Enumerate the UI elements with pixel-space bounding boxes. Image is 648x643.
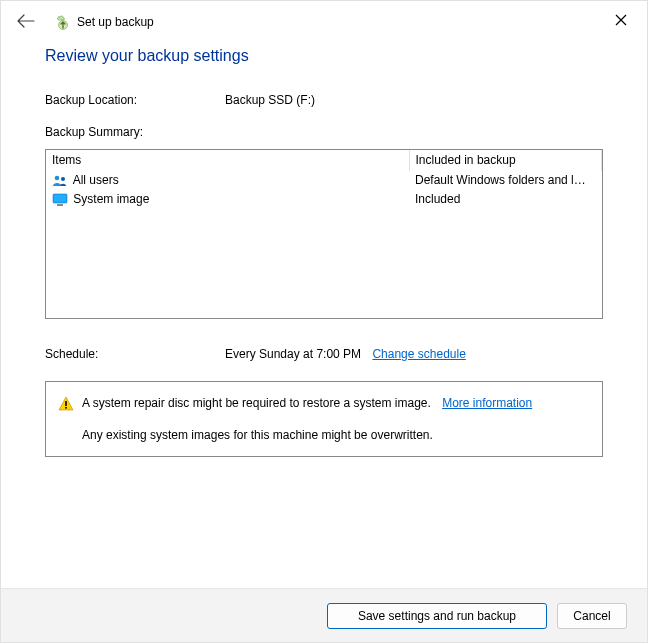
titlebar: Set up backup bbox=[1, 1, 647, 41]
cancel-button[interactable]: Cancel bbox=[557, 603, 627, 629]
svg-point-2 bbox=[61, 177, 65, 181]
summary-table: Items Included in backup bbox=[45, 149, 603, 319]
content-area: Review your backup settings Backup Locat… bbox=[1, 41, 647, 457]
column-items[interactable]: Items bbox=[46, 150, 409, 171]
schedule-row: Schedule: Every Sunday at 7:00 PM Change… bbox=[45, 347, 603, 361]
row-included-value: Default Windows folders and l… bbox=[409, 171, 602, 190]
table-row[interactable]: System image Included bbox=[46, 190, 602, 209]
save-run-backup-button[interactable]: Save settings and run backup bbox=[327, 603, 547, 629]
backup-location-value: Backup SSD (F:) bbox=[225, 93, 315, 107]
users-icon bbox=[52, 174, 68, 188]
row-item-label: All users bbox=[73, 173, 119, 187]
svg-rect-3 bbox=[53, 194, 67, 203]
table-row[interactable]: All users Default Windows folders and l… bbox=[46, 171, 602, 190]
close-icon[interactable] bbox=[615, 13, 627, 29]
svg-rect-6 bbox=[65, 407, 67, 409]
warning-text-1: A system repair disc might be required t… bbox=[82, 396, 431, 410]
svg-point-1 bbox=[55, 176, 60, 181]
change-schedule-link[interactable]: Change schedule bbox=[372, 347, 465, 361]
backup-location-row: Backup Location: Backup SSD (F:) bbox=[45, 93, 603, 107]
backup-app-icon bbox=[55, 14, 71, 30]
back-arrow-icon[interactable] bbox=[17, 13, 35, 31]
table-header-row: Items Included in backup bbox=[46, 150, 602, 171]
column-included[interactable]: Included in backup bbox=[409, 150, 602, 171]
window-title: Set up backup bbox=[77, 15, 154, 29]
page-heading: Review your backup settings bbox=[45, 47, 603, 65]
warning-box: A system repair disc might be required t… bbox=[45, 381, 603, 457]
warning-icon bbox=[58, 396, 74, 412]
svg-rect-5 bbox=[65, 401, 67, 406]
button-bar: Save settings and run backup Cancel bbox=[1, 588, 647, 642]
row-included-value: Included bbox=[409, 190, 602, 209]
schedule-value: Every Sunday at 7:00 PM bbox=[225, 347, 361, 361]
backup-location-label: Backup Location: bbox=[45, 93, 225, 107]
schedule-label: Schedule: bbox=[45, 347, 225, 361]
backup-summary-label: Backup Summary: bbox=[45, 125, 603, 139]
warning-text-2: Any existing system images for this mach… bbox=[58, 428, 590, 442]
svg-rect-4 bbox=[57, 204, 63, 206]
monitor-icon bbox=[52, 193, 68, 207]
more-information-link[interactable]: More information bbox=[442, 396, 532, 410]
row-item-label: System image bbox=[73, 192, 149, 206]
